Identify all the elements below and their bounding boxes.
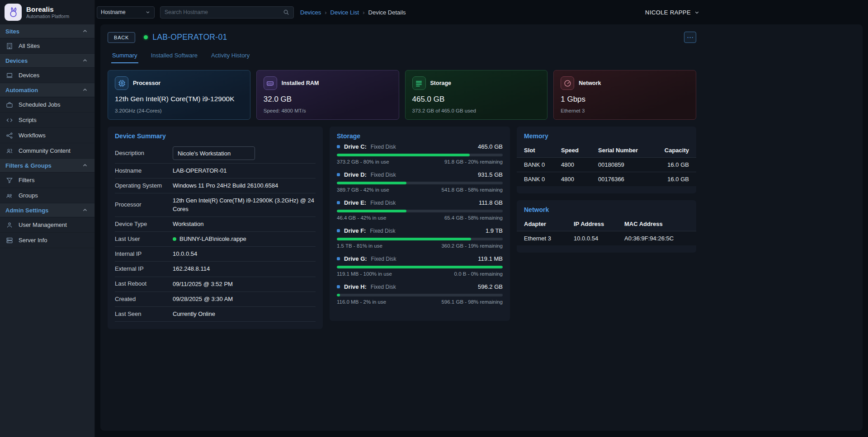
summary-row: Hostname LAB-OPERATOR-01 bbox=[115, 164, 316, 179]
drive-usage-bar bbox=[337, 210, 503, 212]
drive-row-g: Drive G: Fixed Disk 119.1 MB 119.1 MB - … bbox=[337, 255, 503, 277]
drive-row-c: Drive C: Fixed Disk 465.0 GB 373.2 GB - … bbox=[337, 143, 503, 164]
drive-remaining: 91.8 GB - 20% remaining bbox=[444, 159, 503, 164]
column-header: Speed bbox=[561, 147, 598, 154]
stat-card-value: 465.0 GB bbox=[412, 95, 541, 104]
drive-used: 373.2 GB - 80% in use bbox=[337, 159, 389, 164]
drive-remaining: 596.1 GB - 98% remaining bbox=[441, 299, 503, 305]
panel-title: Network bbox=[524, 206, 689, 213]
column-header: Capacity bbox=[655, 147, 689, 154]
panel-title: Memory bbox=[524, 132, 689, 140]
search-box bbox=[160, 6, 294, 19]
sidebar-item-devices[interactable]: Devices bbox=[0, 68, 94, 83]
sidebar-item-all-sites[interactable]: All Sites bbox=[0, 38, 94, 54]
tab-summary[interactable]: Summary bbox=[111, 49, 138, 63]
sidebar-item-groups[interactable]: Groups bbox=[0, 188, 94, 203]
drive-used: 46.4 GB - 42% in use bbox=[337, 215, 386, 221]
drive-name: Drive G: bbox=[344, 255, 367, 262]
cell-adapter: Ethernet 3 bbox=[524, 235, 574, 242]
column-header: Serial Number bbox=[598, 147, 655, 154]
breadcrumb-devices[interactable]: Devices bbox=[300, 9, 321, 16]
tab-activity-history[interactable]: Activity History bbox=[210, 49, 250, 63]
sidebar-section-devices[interactable]: Devices bbox=[0, 54, 94, 68]
drive-icon bbox=[337, 173, 340, 176]
summary-row: Last Seen Currently Online bbox=[115, 307, 316, 322]
breadcrumb-device-list[interactable]: Device List bbox=[330, 9, 359, 16]
scheduled-jobs-icon bbox=[5, 101, 14, 109]
summary-row: Last Reboot 09/11/2025 @ 3:52 PM bbox=[115, 277, 316, 292]
user-menu[interactable]: NICOLE RAPPE bbox=[645, 9, 700, 16]
sidebar-section-label: Devices bbox=[5, 57, 28, 64]
sidebar-section-label: Automation bbox=[5, 87, 38, 94]
sidebar-item-workflows[interactable]: Workflows bbox=[0, 128, 94, 143]
more-actions-button[interactable]: ⋯ bbox=[684, 32, 696, 43]
content-wrap: BACK LAB-OPERATOR-01 ⋯ Summary Installed… bbox=[100, 24, 863, 431]
sidebar-section-sites[interactable]: Sites bbox=[0, 24, 94, 38]
sidebar-item-filters[interactable]: Filters bbox=[0, 173, 94, 188]
community-icon bbox=[5, 147, 14, 155]
cell-mac: A0:36:9F:94:26:5C bbox=[624, 235, 689, 242]
drive-usage-bar bbox=[337, 182, 503, 184]
drive-usage-bar bbox=[337, 266, 503, 268]
rabbit-logo-icon bbox=[5, 4, 22, 21]
online-status-dot bbox=[173, 237, 176, 241]
summary-row-last-user: Last User BUNNY-LAB\nicole.rappe bbox=[115, 232, 316, 247]
drive-remaining: 65.4 GB - 58% remaining bbox=[444, 215, 503, 221]
row-value: BUNNY-LAB\nicole.rappe bbox=[179, 235, 246, 243]
sidebar-section-filters-groups[interactable]: Filters & Groups bbox=[0, 159, 94, 173]
sidebar-section-admin-settings[interactable]: Admin Settings bbox=[0, 203, 94, 217]
sidebar-section-label: Admin Settings bbox=[5, 207, 48, 214]
row-value: 10.0.0.54 bbox=[173, 250, 316, 258]
summary-row: Device Type Workstation bbox=[115, 217, 316, 232]
drive-usage-bar bbox=[337, 154, 503, 156]
sidebar-item-community-content[interactable]: Community Content bbox=[0, 143, 94, 159]
groups-icon bbox=[5, 192, 14, 200]
drive-type: Fixed Disk bbox=[371, 256, 396, 262]
sidebar-item-scripts[interactable]: Scripts bbox=[0, 113, 94, 128]
stat-card-title: Installed RAM bbox=[282, 80, 319, 86]
scripts-icon bbox=[5, 116, 14, 124]
sidebar-item-server-info[interactable]: Server Info bbox=[0, 233, 94, 248]
memory-panel: Memory Slot Speed Serial Number Capacity… bbox=[517, 127, 696, 193]
search-input[interactable] bbox=[165, 9, 283, 15]
topbar: Hostname Devices › Device List › Device … bbox=[95, 0, 868, 24]
workflows-icon bbox=[5, 132, 14, 140]
chevron-up-icon bbox=[82, 28, 88, 34]
stat-card-subtitle: Speed: 4800 MT/s bbox=[264, 108, 392, 113]
device-tabs: Summary Installed Software Activity Hist… bbox=[108, 49, 696, 63]
row-value: Workstation bbox=[173, 220, 316, 228]
row-value: Currently Online bbox=[173, 310, 316, 318]
gauge-icon bbox=[561, 76, 574, 90]
tab-installed-software[interactable]: Installed Software bbox=[150, 49, 198, 63]
stat-card-title: Processor bbox=[133, 80, 160, 86]
sites-icon bbox=[5, 42, 14, 50]
cell-serial: 00180859 bbox=[598, 161, 655, 168]
drive-size: 119.1 MB bbox=[478, 255, 503, 262]
back-button[interactable]: BACK bbox=[108, 32, 135, 43]
row-label: Internal IP bbox=[115, 250, 173, 258]
app-subtitle: Automation Platform bbox=[26, 14, 69, 19]
breadcrumb-separator: › bbox=[325, 9, 326, 16]
storage-panel: Storage Drive C: Fixed Disk 465.0 GB 373… bbox=[330, 127, 510, 321]
sidebar-item-label: Workflows bbox=[19, 132, 46, 139]
device-title: LAB-OPERATOR-01 bbox=[152, 33, 227, 42]
drive-usage-bar bbox=[337, 238, 503, 240]
stat-card-value: 12th Gen Intel(R) Core(TM) i9-12900K bbox=[115, 95, 243, 103]
sidebar-item-user-management[interactable]: User Management bbox=[0, 217, 94, 233]
drive-name: Drive H: bbox=[344, 283, 367, 290]
memory-table-row: BANK 0 4800 00176366 16.0 GB bbox=[517, 172, 696, 186]
sidebar-item-label: Devices bbox=[19, 72, 39, 79]
cpu-icon bbox=[115, 76, 128, 90]
cell-speed: 4800 bbox=[561, 176, 598, 183]
sidebar-section-automation[interactable]: Automation bbox=[0, 83, 94, 97]
drive-type: Fixed Disk bbox=[371, 284, 396, 290]
right-column: Memory Slot Speed Serial Number Capacity… bbox=[517, 127, 696, 253]
hostname-filter-select[interactable]: Hostname bbox=[97, 6, 155, 19]
description-input[interactable] bbox=[173, 146, 255, 160]
app-root: Borealis Automation Platform Sites All S… bbox=[0, 0, 868, 437]
drive-remaining: 360.2 GB - 19% remaining bbox=[441, 243, 503, 249]
sidebar-nav: Sites All Sites Devices Devices Automati… bbox=[0, 24, 94, 437]
sidebar-item-scheduled-jobs[interactable]: Scheduled Jobs bbox=[0, 97, 94, 113]
drive-row-h: Drive H: Fixed Disk 596.2 GB 116.0 MB - … bbox=[337, 283, 503, 305]
row-label: Created bbox=[115, 296, 173, 303]
